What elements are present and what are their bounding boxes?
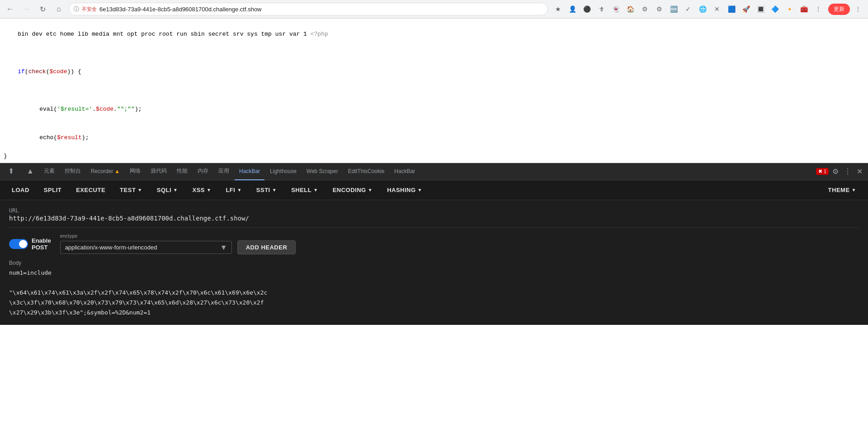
blank-line-1 [4, 48, 864, 58]
ssti-button[interactable]: SSTI ▼ [250, 184, 283, 196]
extension-btn-4[interactable]: 🏠 [624, 3, 637, 15]
more-menu-button[interactable]: ⋮ [852, 3, 864, 15]
tab-application-label: 应用 [218, 167, 229, 175]
hashing-label: HASHING [387, 187, 415, 193]
tab-console[interactable]: 控制台 [60, 163, 85, 180]
lfi-arrow: ▼ [237, 188, 241, 192]
execute-button[interactable]: EXECUTE [70, 184, 112, 196]
security-icon: ⓘ [74, 5, 79, 13]
tab-network-label: 网络 [130, 167, 141, 175]
profile-button[interactable]: 👤 [566, 3, 579, 15]
encoding-button[interactable]: ENCODING ▼ [326, 184, 379, 196]
sqli-label: SQLI [157, 187, 171, 193]
extension-btn-13[interactable]: 🔳 [754, 3, 767, 15]
error-count: 1 [824, 169, 826, 174]
hashing-button[interactable]: HASHING ▼ [381, 184, 429, 196]
tab-network[interactable]: 网络 [125, 163, 145, 180]
body-label: Body [9, 260, 859, 266]
ssti-arrow: ▼ [272, 188, 277, 192]
split-button[interactable]: SPLIT [38, 184, 68, 196]
extension-btn-9[interactable]: 🌐 [696, 3, 709, 15]
tab-sources[interactable]: 源代码 [146, 163, 171, 180]
address-text: 6e13d83d-73a9-441e-8cb5-a8d96081700d.cha… [99, 6, 262, 13]
enctype-select-row: application/x-www-form-urlencoded multip… [60, 240, 296, 254]
browser-chrome: ← → ↻ ⌂ ⓘ 不安全 6e13d83d-73a9-441e-8cb5-a8… [0, 0, 868, 19]
tab-memory[interactable]: 内存 [193, 163, 213, 180]
extension-btn-8[interactable]: ✓ [682, 3, 694, 15]
extension-btn-5[interactable]: ⚙ [638, 3, 651, 15]
enable-post-toggle[interactable] [9, 239, 28, 249]
back-button[interactable]: ← [4, 3, 16, 15]
echo-line: echo($result); [4, 124, 864, 152]
extension-btn-6[interactable]: ⚙ [653, 3, 665, 15]
tab-lighthouse[interactable]: Lighthouse [265, 163, 301, 180]
tab-hackbar[interactable]: HackBar [235, 163, 264, 180]
tab-elements[interactable]: 元素 [39, 163, 59, 180]
address-bar[interactable]: ⓘ 不安全 6e13d83d-73a9-441e-8cb5-a8d9608170… [69, 3, 548, 15]
more-options-button[interactable]: ⋮ [842, 165, 853, 178]
theme-button[interactable]: THEME ▼ [822, 184, 863, 196]
tab-recorder-label: Recorder [91, 168, 113, 174]
tab-application[interactable]: 应用 [214, 163, 234, 180]
directory-listing: bin dev etc home lib media mnt opt proc … [4, 20, 864, 48]
body-line-5: \x27\x29\x3b\x3f\x3e";&symbol=%2D&num2=1 [9, 308, 859, 318]
sqli-button[interactable]: SQLI ▼ [151, 184, 184, 196]
shell-arrow: ▼ [313, 188, 318, 192]
tab-web-scraper[interactable]: Web Scraper [302, 163, 343, 180]
enctype-select[interactable]: application/x-www-form-urlencoded multip… [60, 241, 232, 254]
shell-button[interactable]: SHELL ▼ [285, 184, 325, 196]
tab-select-element[interactable]: ⬆ [4, 163, 21, 180]
tab-device-toggle[interactable]: ▲ [22, 163, 38, 180]
theme-arrow: ▼ [852, 188, 856, 192]
extension-btn-1[interactable]: ⚫ [580, 3, 593, 15]
tab-hackbar-2[interactable]: HackBar [390, 163, 420, 180]
hackbar-toolbar: LOAD SPLIT EXECUTE TEST ▼ SQLI ▼ XSS ▼ L… [0, 180, 868, 200]
bookmark-button[interactable]: ★ [552, 3, 564, 15]
forward-button[interactable]: → [20, 3, 33, 15]
xss-label: XSS [192, 187, 205, 193]
tab-performance[interactable]: 性能 [172, 163, 192, 180]
error-badge: ✖ 1 [816, 168, 829, 175]
tab-elements-label: 元素 [44, 167, 55, 175]
lfi-button[interactable]: LFI ▼ [219, 184, 248, 196]
hashing-arrow: ▼ [418, 188, 422, 192]
url-value: http://6e13d83d-73a9-441e-8cb5-a8d960817… [9, 215, 859, 222]
home-button[interactable]: ⌂ [52, 3, 65, 15]
body-text: num1=include "\x64\x61\x74\x61\x3a\x2f\x… [9, 268, 859, 318]
test-button[interactable]: TEST ▼ [113, 184, 149, 196]
device-icon: ▲ [27, 167, 34, 175]
extension-btn-11[interactable]: 🟦 [725, 3, 738, 15]
extension-btn-3[interactable]: 👻 [609, 3, 622, 15]
encoding-arrow: ▼ [368, 188, 373, 192]
tab-recorder[interactable]: Recorder ▲ [86, 163, 124, 180]
extension-btn-14[interactable]: 🔷 [769, 3, 781, 15]
close-devtools-button[interactable]: ✕ [855, 165, 864, 178]
extension-btn-12[interactable]: 🚀 [740, 3, 752, 15]
add-header-button[interactable]: ADD HEADER [237, 240, 296, 254]
reload-button[interactable]: ↻ [36, 3, 49, 15]
tab-hackbar-2-label: HackBar [394, 168, 415, 174]
extension-btn-7[interactable]: 🆕 [667, 3, 680, 15]
load-button[interactable]: LOAD [5, 184, 36, 196]
blank-line-3 [4, 161, 864, 163]
tab-editthiscookie[interactable]: EditThisCookie [344, 163, 389, 180]
tab-performance-label: 性能 [177, 167, 188, 175]
extension-btn-15[interactable]: 🔸 [783, 3, 796, 15]
sqli-arrow: ▼ [173, 188, 178, 192]
encoding-label: ENCODING [333, 187, 366, 193]
test-label: TEST [120, 187, 136, 193]
xss-arrow: ▼ [207, 188, 211, 192]
menu-button[interactable]: ⋮ [812, 3, 825, 15]
theme-label: THEME [828, 187, 850, 193]
update-button[interactable]: 更新 [828, 4, 850, 15]
if-line: if(check($code)) { [4, 58, 864, 86]
xss-button[interactable]: XSS ▼ [186, 184, 217, 196]
extensions-button[interactable]: 🧰 [797, 3, 810, 15]
toggle-container: EnablePOST [9, 237, 51, 251]
extension-btn-10[interactable]: ✕ [711, 3, 723, 15]
nav-bar: ← → ↻ ⌂ ⓘ 不安全 6e13d83d-73a9-441e-8cb5-a8… [0, 0, 868, 18]
extension-btn-2[interactable]: 🗡 [595, 3, 608, 15]
select-element-icon: ⬆ [8, 167, 14, 175]
settings-button[interactable]: ⚙ [830, 165, 840, 178]
tab-console-label: 控制台 [65, 167, 81, 175]
